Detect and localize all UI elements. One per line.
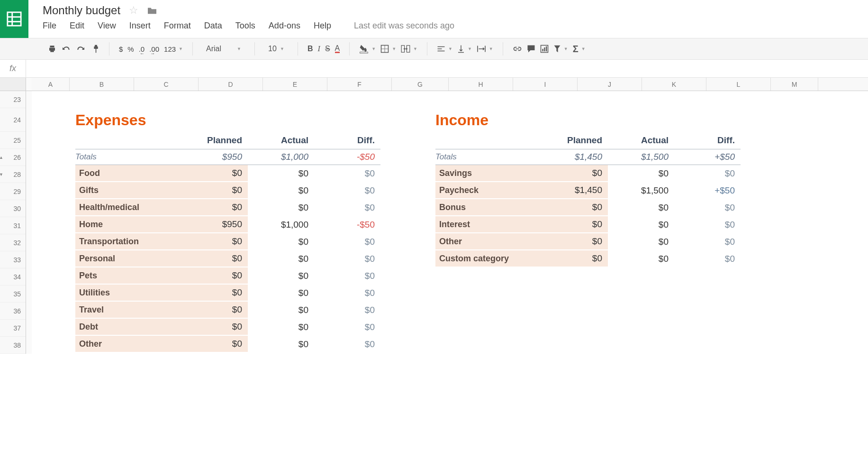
row-header[interactable]: 30 [0,200,26,217]
row-header[interactable]: 29 [0,183,26,200]
category-cell[interactable]: Utilities [75,285,181,302]
fill-color-button[interactable]: ▼ [359,44,376,54]
font-select[interactable]: Arial▼ [202,45,245,53]
undo-icon[interactable] [62,45,71,53]
actual-cell[interactable]: $0 [248,267,314,285]
menu-addons[interactable]: Add-ons [269,21,300,31]
document-title[interactable]: Monthly budget [43,4,120,17]
category-cell[interactable]: Home [75,216,181,233]
actual-cell[interactable]: $0 [248,233,314,250]
planned-cell[interactable]: $0 [181,267,248,285]
diff-cell[interactable]: $0 [674,250,741,267]
planned-cell[interactable]: $1,450 [542,182,608,199]
diff-cell[interactable]: -$50 [314,216,380,233]
row-header[interactable]: 37 [0,320,26,337]
diff-cell[interactable]: $0 [314,267,380,285]
menu-format[interactable]: Format [164,21,191,31]
diff-cell[interactable]: $0 [314,233,380,250]
row-header[interactable]: 23 [0,91,26,108]
actual-cell[interactable]: $0 [608,250,674,267]
row-header[interactable]: 33 [0,251,26,268]
horizontal-align-button[interactable]: ▼ [437,46,452,52]
sheets-logo[interactable] [0,0,28,38]
menu-help[interactable]: Help [314,21,331,31]
col-header-E[interactable]: E [263,78,327,91]
col-header-L[interactable]: L [706,78,771,91]
strikethrough-button[interactable]: S [325,45,330,53]
planned-cell[interactable]: $0 [181,250,248,267]
actual-cell[interactable]: $0 [248,165,314,182]
col-header-H[interactable]: H [449,78,513,91]
print-icon[interactable] [47,45,57,53]
menu-view[interactable]: View [98,21,116,31]
planned-cell[interactable]: $0 [542,233,608,250]
planned-cell[interactable]: $0 [181,285,248,302]
planned-cell[interactable]: $0 [542,216,608,233]
percent-button[interactable]: % [127,45,134,53]
planned-cell[interactable]: $0 [181,233,248,250]
category-cell[interactable]: Food [75,165,181,182]
col-header-J[interactable]: J [578,78,642,91]
diff-cell[interactable]: $0 [314,165,380,182]
diff-cell[interactable]: $0 [674,216,741,233]
expenses-total-actual[interactable]: $1,000 [248,152,314,162]
expenses-total-planned[interactable]: $950 [181,152,248,162]
select-all-cell[interactable] [0,78,26,91]
planned-cell[interactable]: $0 [181,182,248,199]
col-header-A[interactable]: A [32,78,70,91]
functions-button[interactable]: Σ▼ [573,44,586,55]
category-cell[interactable]: Pets [75,267,181,285]
menu-tools[interactable]: Tools [235,21,255,31]
merge-cells-button[interactable]: ▼ [401,45,417,53]
actual-cell[interactable]: $0 [608,165,674,182]
planned-cell[interactable]: $0 [542,199,608,216]
diff-cell[interactable]: $0 [314,182,380,199]
diff-cell[interactable]: $0 [314,250,380,267]
diff-cell[interactable]: $0 [314,302,380,319]
category-cell[interactable]: Interest [435,216,542,233]
expand-up-icon[interactable]: ▲ [0,155,3,160]
category-cell[interactable]: Savings [435,165,542,182]
income-total-diff[interactable]: +$50 [674,152,741,162]
actual-cell[interactable]: $1,000 [248,216,314,233]
category-cell[interactable]: Personal [75,250,181,267]
planned-cell[interactable]: $0 [181,336,248,353]
col-header-K[interactable]: K [642,78,706,91]
actual-cell[interactable]: $0 [248,285,314,302]
actual-cell[interactable]: $0 [248,336,314,353]
planned-cell[interactable]: $0 [542,165,608,182]
col-header-D[interactable]: D [199,78,263,91]
diff-cell[interactable]: $0 [314,199,380,216]
actual-cell[interactable]: $0 [248,319,314,336]
fx-icon[interactable]: fx [0,60,26,77]
actual-cell[interactable]: $0 [608,199,674,216]
col-header-F[interactable]: F [327,78,392,91]
font-size-select[interactable]: 10▼ [264,45,288,53]
row-header[interactable]: ▼28 [0,166,26,183]
last-edit-label[interactable]: Last edit was seconds ago [354,21,454,31]
income-total-actual[interactable]: $1,500 [608,152,674,162]
category-cell[interactable]: Other [435,233,542,250]
filter-button[interactable]: ▼ [553,45,568,53]
planned-cell[interactable]: $0 [542,250,608,267]
menu-insert[interactable]: Insert [129,21,151,31]
category-cell[interactable]: Gifts [75,182,181,199]
row-header[interactable]: 36 [0,303,26,320]
star-icon[interactable]: ☆ [129,4,138,17]
bold-button[interactable]: B [307,45,313,53]
folder-icon[interactable] [147,6,157,15]
col-header-I[interactable]: I [513,78,578,91]
diff-cell[interactable]: $0 [674,199,741,216]
row-header[interactable]: 34 [0,268,26,285]
planned-cell[interactable]: $950 [181,216,248,233]
category-cell[interactable]: Bonus [435,199,542,216]
category-cell[interactable]: Health/medical [75,199,181,216]
diff-cell[interactable]: $0 [674,233,741,250]
category-cell[interactable]: Paycheck [435,182,542,199]
text-wrap-button[interactable]: ▼ [477,45,493,53]
row-header[interactable]: 35 [0,285,26,303]
decrease-decimal-button[interactable]: .0← [139,45,145,53]
borders-button[interactable]: ▼ [380,45,396,53]
more-formats-button[interactable]: 123▼ [164,45,183,53]
row-header[interactable]: ▲26 [0,149,26,166]
